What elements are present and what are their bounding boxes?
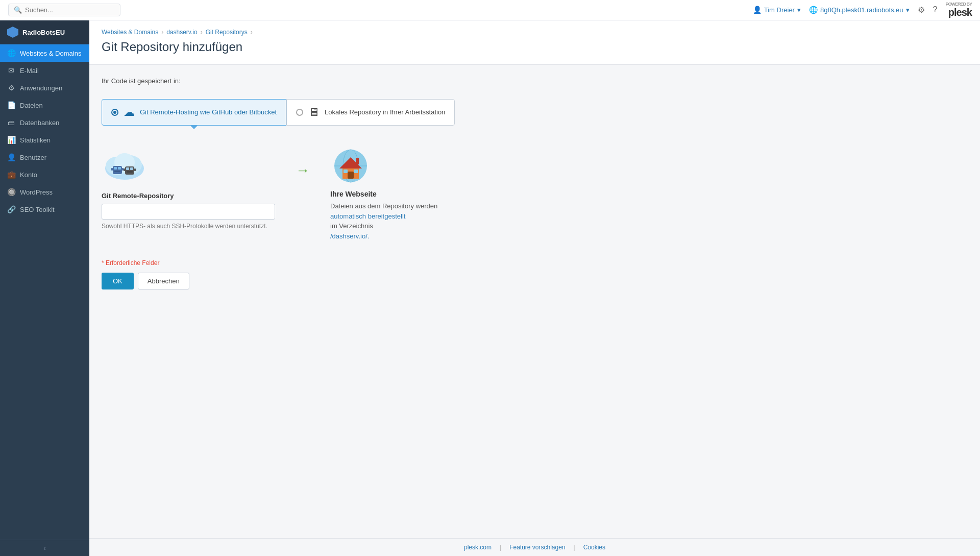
topbar: 🔍 👤 Tim Dreier ▾ 🌐 8g8Qh.plesk01.radiobo… bbox=[0, 0, 980, 20]
ok-button[interactable]: OK bbox=[102, 273, 134, 289]
cancel-button[interactable]: Abbrechen bbox=[138, 273, 189, 289]
remote-option-icon: ☁ bbox=[124, 106, 135, 119]
svg-rect-24 bbox=[356, 158, 359, 164]
footer-plesk-link[interactable]: plesk.com bbox=[464, 544, 492, 551]
sidebar-item-statistics[interactable]: 📊 Statistiken bbox=[0, 131, 89, 149]
sidebar-collapse-button[interactable]: ‹ bbox=[0, 540, 89, 556]
auto-deploy-link[interactable]: automatisch bereitgestellt bbox=[330, 212, 405, 220]
user-dropdown-icon: ▾ bbox=[797, 6, 801, 14]
globe-icon: 🌐 bbox=[809, 6, 818, 14]
sidebar-brand[interactable]: RadioBotsEU bbox=[0, 20, 89, 44]
repo-section: Git Remote-Repository Sowohl HTTPS- als … bbox=[102, 148, 275, 230]
flow-area: Git Remote-Repository Sowohl HTTPS- als … bbox=[102, 138, 968, 251]
sidebar-item-seo-toolkit[interactable]: 🔗 SEO Toolkit bbox=[0, 201, 89, 218]
svg-rect-13 bbox=[127, 171, 133, 173]
content-area: Ihr Code ist gespeichert in: ☁ Git Remot… bbox=[89, 65, 980, 538]
breadcrumb-websites-domains[interactable]: Websites & Domains bbox=[102, 29, 158, 36]
sidebar-item-websites-domains[interactable]: 🌐 Websites & Domains bbox=[0, 44, 89, 62]
svg-rect-22 bbox=[344, 170, 348, 173]
svg-rect-6 bbox=[118, 167, 121, 170]
repo-field-label: Git Remote-Repository bbox=[102, 192, 275, 200]
website-description: Dateien aus dem Repository werden automa… bbox=[330, 201, 437, 241]
arrow-section: → bbox=[296, 148, 310, 179]
svg-rect-14 bbox=[124, 168, 125, 171]
brand-icon bbox=[7, 27, 18, 38]
breadcrumb-git-repos[interactable]: Git Repositorys bbox=[206, 29, 248, 36]
repo-illustration bbox=[102, 148, 275, 184]
svg-rect-15 bbox=[134, 168, 136, 171]
required-fields-note: * Erforderliche Felder bbox=[102, 259, 968, 267]
arrow-right-icon: → bbox=[296, 162, 310, 179]
sidebar-item-label: Konto bbox=[20, 171, 37, 179]
svg-rect-8 bbox=[111, 168, 113, 171]
wordpress-icon: 🔘 bbox=[7, 188, 15, 196]
sidebar-item-account[interactable]: 💼 Konto bbox=[0, 166, 89, 183]
breadcrumb-sep-2: › bbox=[201, 29, 203, 36]
users-icon: 👤 bbox=[7, 153, 15, 161]
breadcrumb-sep-1: › bbox=[161, 29, 163, 36]
plesk-logo: POWERED BY plesk bbox=[945, 2, 972, 18]
breadcrumb: Websites & Domains › dashserv.io › Git R… bbox=[102, 29, 968, 36]
path-link[interactable]: /dashserv.io/. bbox=[330, 232, 369, 240]
svg-rect-21 bbox=[348, 172, 354, 179]
plesk-brand-text: plesk bbox=[945, 7, 972, 18]
svg-rect-11 bbox=[126, 167, 129, 170]
user-name: Tim Dreier bbox=[764, 6, 795, 14]
storage-option-remote[interactable]: ☁ Git Remote-Hosting wie GitHub oder Bit… bbox=[102, 99, 286, 126]
collapse-icon: ‹ bbox=[43, 544, 45, 552]
svg-rect-5 bbox=[114, 167, 117, 170]
footer-cookies-link[interactable]: Cookies bbox=[583, 544, 605, 551]
sidebar-item-databases[interactable]: 🗃 Datenbanken bbox=[0, 114, 89, 131]
svg-rect-9 bbox=[122, 168, 124, 171]
sidebar-item-files[interactable]: 📄 Dateien bbox=[0, 96, 89, 114]
house-illustration bbox=[330, 148, 371, 184]
sidebar-item-label: Datenbanken bbox=[20, 119, 59, 127]
seo-toolkit-icon: 🔗 bbox=[7, 205, 15, 213]
search-input[interactable] bbox=[25, 6, 115, 14]
search-icon: 🔍 bbox=[14, 6, 22, 14]
sidebar-item-label: SEO Toolkit bbox=[20, 206, 55, 213]
local-option-icon: 🖥 bbox=[308, 106, 320, 119]
plesk-powered-text: POWERED BY bbox=[945, 2, 972, 7]
form-footer: * Erforderliche Felder OK Abbrechen bbox=[102, 259, 968, 289]
page-title: Git Repository hinzufügen bbox=[102, 40, 968, 54]
account-icon: 💼 bbox=[7, 171, 15, 179]
action-buttons: OK Abbrechen bbox=[102, 273, 968, 289]
user-menu[interactable]: 👤 Tim Dreier ▾ bbox=[753, 6, 801, 14]
sidebar-item-users[interactable]: 👤 Benutzer bbox=[0, 149, 89, 166]
svg-rect-12 bbox=[130, 167, 133, 170]
user-icon: 👤 bbox=[753, 6, 762, 14]
sidebar: RadioBotsEU 🌐 Websites & Domains ✉ E-Mai… bbox=[0, 20, 89, 556]
svg-rect-23 bbox=[354, 170, 358, 173]
domain-dropdown-icon: ▾ bbox=[906, 6, 910, 14]
breadcrumb-dashserv[interactable]: dashserv.io bbox=[166, 29, 197, 36]
search-box[interactable]: 🔍 bbox=[8, 4, 120, 16]
domain-menu[interactable]: 🌐 8g8Qh.plesk01.radiobots.eu ▾ bbox=[809, 6, 910, 14]
repo-illustration-svg bbox=[102, 148, 148, 184]
website-title: Ihre Webseite bbox=[330, 190, 437, 198]
topbar-left: 🔍 bbox=[8, 4, 120, 16]
footer-sep-1: | bbox=[500, 544, 501, 551]
sidebar-item-label: E-Mail bbox=[20, 67, 39, 75]
storage-option-local[interactable]: 🖥 Lokales Repository in Ihrer Arbeitssta… bbox=[286, 99, 455, 126]
databases-icon: 🗃 bbox=[7, 118, 15, 127]
sidebar-item-label: WordPress bbox=[20, 188, 53, 196]
sidebar-item-label: Anwendungen bbox=[20, 84, 62, 92]
website-section: Ihre Webseite Dateien aus dem Repository… bbox=[330, 148, 437, 241]
websites-domains-icon: 🌐 bbox=[7, 49, 15, 57]
remote-option-label: Git Remote-Hosting wie GitHub oder Bitbu… bbox=[140, 108, 277, 117]
radio-remote bbox=[111, 109, 118, 116]
footer-feature-link[interactable]: Feature vorschlagen bbox=[509, 544, 565, 551]
sidebar-item-wordpress[interactable]: 🔘 WordPress bbox=[0, 183, 89, 201]
sidebar-item-email[interactable]: ✉ E-Mail bbox=[0, 62, 89, 79]
topbar-right: 👤 Tim Dreier ▾ 🌐 8g8Qh.plesk01.radiobots… bbox=[753, 2, 972, 18]
repo-url-input[interactable] bbox=[102, 204, 275, 220]
local-option-label: Lokales Repository in Ihrer Arbeitsstati… bbox=[325, 108, 445, 117]
help-icon[interactable]: ? bbox=[933, 5, 938, 14]
sidebar-item-applications[interactable]: ⚙ Anwendungen bbox=[0, 79, 89, 96]
main-content: Websites & Domains › dashserv.io › Git R… bbox=[89, 20, 980, 556]
sidebar-item-label: Benutzer bbox=[20, 154, 46, 161]
storage-options: ☁ Git Remote-Hosting wie GitHub oder Bit… bbox=[102, 99, 968, 126]
settings-icon[interactable]: ⚙ bbox=[918, 5, 925, 15]
domain-name: 8g8Qh.plesk01.radiobots.eu bbox=[820, 6, 903, 14]
